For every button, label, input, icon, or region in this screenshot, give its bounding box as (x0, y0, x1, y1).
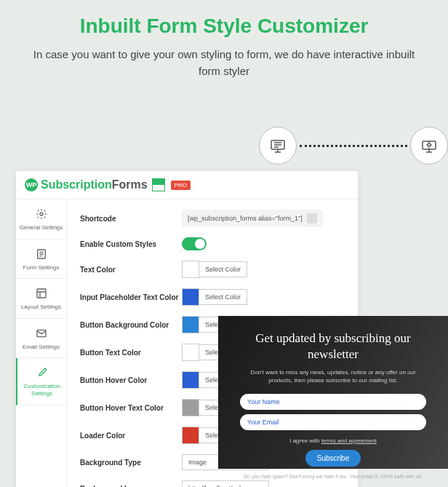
text-color-label: Text Color (80, 266, 182, 274)
preview-subtext: Don't want to miss any news, updates, no… (240, 368, 426, 384)
placeholder-color-label: Input Placeholder Text Color (80, 293, 182, 301)
button-hover-text-label: Button Hover Text Color (80, 404, 182, 412)
preview-name-input[interactable] (240, 394, 426, 410)
preview-heading: Get updated by subscribing our newslette… (240, 330, 426, 363)
form-preview: Get updated by subscribing our newslette… (218, 316, 448, 469)
shortcode-value[interactable]: [wp_subscription_forms alias="form_1"] (182, 210, 323, 227)
connector-graphic (259, 124, 448, 167)
sidebar-item-form[interactable]: Form Settings (16, 239, 66, 280)
sidebar-item-label: Email Settings (19, 344, 63, 351)
gear-icon (34, 207, 49, 221)
enable-styles-toggle[interactable] (182, 237, 207, 250)
sidebar-item-label: Layout Settings (19, 304, 63, 311)
page-subtitle: In case you want to give your own stylin… (29, 47, 419, 79)
select-color-button[interactable]: Select Color (199, 289, 247, 305)
email-icon (34, 326, 49, 341)
button-hover-label: Button Hover Color (80, 376, 182, 384)
select-color-button[interactable]: Select Color (199, 261, 247, 277)
placeholder-color-swatch[interactable] (182, 288, 199, 306)
doc-icon (152, 178, 165, 191)
bg-image-label: Background Image (80, 485, 182, 488)
preview-agree-text: I agree with terms and agreement (240, 437, 426, 444)
preview-email-input[interactable] (240, 414, 426, 430)
sidebar-item-email[interactable]: Email Settings (16, 319, 66, 359)
page-title: Inbuilt Form Style Customizer (29, 15, 419, 38)
wp-badge-icon: WP (25, 178, 38, 191)
svg-point-3 (40, 213, 43, 215)
button-bg-label: Button Background Color (80, 321, 182, 329)
button-text-label: Button Text Color (80, 349, 182, 357)
preview-subscribe-button[interactable]: Subscribe (305, 450, 361, 467)
monitor-gear-icon (410, 127, 448, 165)
terms-link[interactable]: terms and agreement (321, 437, 377, 444)
shortcode-label: Shortcode (80, 215, 182, 223)
bg-image-input[interactable] (182, 480, 269, 487)
preview-spam-note: Do you hate spam? Don't worry we hate it… (240, 474, 426, 479)
settings-sidebar: General Settings Form Settings Layout Se… (16, 199, 67, 487)
brush-icon (35, 365, 49, 380)
sidebar-item-label: Customization Settings (20, 383, 63, 397)
form-icon (34, 247, 49, 261)
svg-point-2 (428, 143, 431, 146)
button-hover-swatch[interactable] (182, 371, 199, 389)
loader-color-swatch[interactable] (182, 427, 199, 444)
sidebar-item-label: Form Settings (19, 264, 63, 272)
sidebar-item-label: General Settings (19, 224, 63, 231)
dotted-line (300, 145, 407, 147)
bg-type-label: Background Type (80, 459, 182, 467)
pro-badge: PRO (171, 181, 191, 190)
svg-rect-5 (37, 289, 46, 298)
monitor-doc-icon (259, 127, 297, 165)
panel-logo-bar: WP SubscriptionForms PRO (16, 171, 358, 199)
button-hover-text-swatch[interactable] (182, 399, 199, 416)
logo-text: SubscriptionForms (41, 178, 148, 191)
button-text-swatch[interactable] (182, 344, 199, 361)
text-color-swatch[interactable] (182, 261, 199, 278)
sidebar-item-general[interactable]: General Settings (16, 199, 66, 239)
enable-styles-label: Enable Custom Styles (80, 240, 182, 248)
button-bg-swatch[interactable] (182, 316, 199, 333)
sidebar-item-customization[interactable]: Customization Settings (16, 358, 66, 405)
sidebar-item-layout[interactable]: Layout Settings (16, 279, 66, 319)
copy-icon[interactable] (307, 213, 317, 223)
layout-icon (34, 286, 49, 301)
loader-color-label: Loader Color (80, 432, 182, 440)
